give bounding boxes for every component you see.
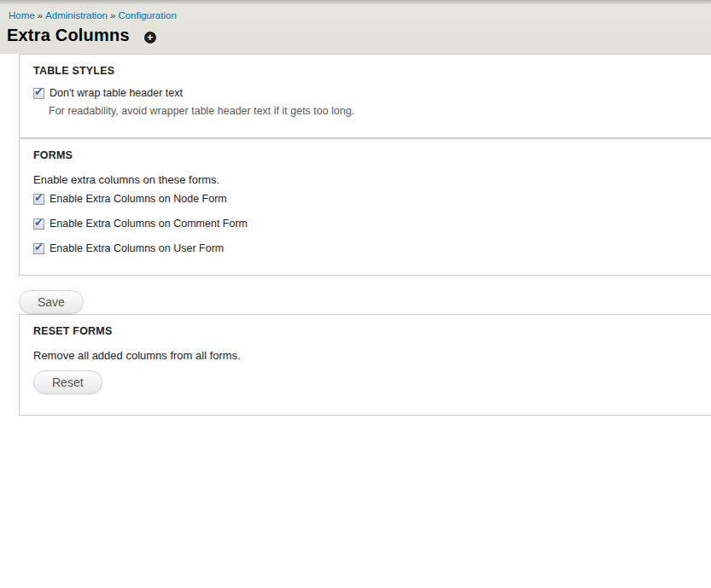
main-content: TABLE STYLES ✔ Don't wrap table header t… [19,54,711,276]
page-title: Extra Columns [7,26,130,45]
fieldset-reset-forms: RESET FORMS Remove all added columns fro… [19,314,711,416]
checkmark-icon: ✔ [34,242,44,253]
breadcrumb-link-configuration[interactable]: Configuration [118,10,176,20]
checkbox-description: For readability, avoid wrapper table hea… [49,105,711,117]
breadcrumb-link-administration[interactable]: Administration [45,10,108,20]
page-header: Home»Administration»Configuration Extra … [0,0,711,54]
breadcrumb-separator: » [110,10,115,20]
checkbox-node-form[interactable]: ✔ [33,194,44,205]
fieldset-legend: FORMS [33,149,711,161]
checkbox-label[interactable]: Enable Extra Columns on Comment Form [50,218,248,230]
checkbox-comment-form[interactable]: ✔ [33,218,44,230]
breadcrumb-link-home[interactable]: Home [9,10,35,20]
checkmark-icon: ✔ [34,86,44,97]
fieldset-intro-text: Remove all added columns from all forms. [33,349,711,362]
checkbox-label[interactable]: Don't wrap table header text [50,87,183,99]
breadcrumb: Home»Administration»Configuration [9,10,711,20]
checkbox-label[interactable]: Enable Extra Columns on User Form [50,242,224,254]
plus-glyph: + [147,32,154,43]
save-button[interactable]: Save [19,290,84,314]
checkbox-user-form[interactable]: ✔ [33,243,44,254]
checkbox-label[interactable]: Enable Extra Columns on Node Form [50,193,227,205]
fieldset-intro-text: Enable extra columns on these forms. [33,173,711,186]
breadcrumb-separator: » [38,10,43,20]
checkbox-dont-wrap-header[interactable]: ✔ [33,88,44,99]
fieldset-table-styles: TABLE STYLES ✔ Don't wrap table header t… [19,54,711,138]
fieldset-legend: TABLE STYLES [33,65,711,77]
checkmark-icon: ✔ [34,217,44,228]
reset-button[interactable]: Reset [33,370,102,394]
add-circle-icon[interactable]: + [144,32,156,44]
checkmark-icon: ✔ [34,192,44,203]
fieldset-legend: RESET FORMS [33,325,711,337]
fieldset-forms: FORMS Enable extra columns on these form… [19,138,711,276]
